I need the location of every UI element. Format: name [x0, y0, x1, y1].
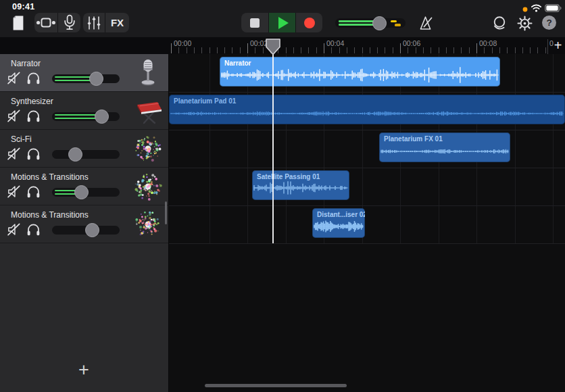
ruler-tick	[377, 47, 378, 53]
headphones-icon	[26, 78, 41, 88]
region-label: Distant...iser 02	[317, 211, 365, 218]
play-button[interactable]	[268, 13, 295, 32]
vertical-scrollbar[interactable]	[165, 201, 167, 224]
stop-button[interactable]	[241, 13, 268, 32]
track-row[interactable]: Sci-Fi	[0, 130, 168, 168]
ruler-tick	[545, 47, 546, 53]
ruler-tick	[171, 43, 172, 53]
tracks-view-button[interactable]	[34, 13, 57, 32]
track-name: Synthesizer	[11, 97, 53, 106]
ruler-tick	[293, 47, 294, 53]
volume-knob[interactable]	[89, 72, 103, 86]
solo-headphones-button[interactable]	[25, 70, 41, 87]
record-button[interactable]	[295, 13, 322, 32]
peak-indicator	[391, 20, 397, 22]
ruler-tick	[308, 47, 309, 53]
level-meter-bar	[339, 20, 376, 22]
mic-in-use-indicator	[522, 3, 528, 15]
mute-button[interactable]	[5, 184, 22, 200]
mute-button[interactable]	[5, 146, 22, 162]
ruler-tick	[354, 47, 355, 53]
track-row[interactable]: Motions & Transitions	[0, 168, 168, 205]
garageband-app: 09:41	[0, 0, 565, 392]
ruler-tick	[301, 47, 301, 53]
loop-browser-button[interactable]	[491, 14, 509, 32]
mute-button[interactable]	[5, 222, 22, 238]
grid-line	[515, 54, 516, 243]
track-name: Motions & Transitions	[11, 172, 89, 182]
instrument-icon-microphone	[133, 58, 163, 88]
volume-knob[interactable]	[68, 147, 82, 162]
fx-button[interactable]: FX	[105, 13, 129, 32]
solo-headphones-button[interactable]	[25, 222, 41, 238]
ruler-tick	[530, 47, 531, 53]
track-volume-slider[interactable]	[52, 74, 120, 83]
tracks-view-icon	[36, 14, 56, 31]
mute-speaker-icon	[6, 116, 22, 126]
region-clip[interactable]: Satellite Passing 01	[252, 170, 349, 200]
status-icons	[522, 3, 562, 15]
row-separator	[169, 92, 565, 93]
ruler-tick	[224, 47, 225, 53]
instrument-icon-starburst	[133, 172, 163, 201]
volume-knob[interactable]	[95, 109, 109, 124]
add-section-button[interactable]: +	[551, 37, 565, 54]
track-volume-slider[interactable]	[52, 112, 120, 121]
track-name: Motions & Transitions	[11, 210, 89, 220]
mixer-sliders-icon	[86, 15, 102, 31]
track-row[interactable]: Narrator	[0, 54, 168, 92]
solo-headphones-button[interactable]	[25, 184, 41, 200]
help-button[interactable]: ?	[542, 16, 556, 30]
headphones-icon	[26, 116, 41, 126]
timeline-ruler[interactable]: 0 + 00:0000:0200:0400:0600:08	[0, 37, 565, 54]
mute-speaker-icon	[6, 191, 22, 201]
ruler-tick	[370, 47, 370, 53]
settings-button[interactable]	[516, 14, 534, 32]
playhead[interactable]	[266, 39, 280, 58]
volume-knob[interactable]	[372, 16, 387, 30]
track-row[interactable]: Synthesizer	[0, 92, 168, 130]
mute-button[interactable]	[5, 108, 22, 124]
horizontal-scrollbar[interactable]	[205, 384, 347, 387]
volume-knob[interactable]	[85, 223, 99, 237]
metronome-button[interactable]	[416, 14, 435, 32]
microphone-icon	[62, 14, 78, 31]
region-clip[interactable]: Distant...iser 02	[312, 208, 365, 238]
row-separator	[169, 205, 565, 206]
track-row[interactable]: Motions & Transitions	[0, 205, 168, 243]
mute-button[interactable]	[5, 70, 22, 87]
ruler-tick	[240, 47, 241, 53]
ruler-tick	[362, 47, 363, 53]
solo-headphones-button[interactable]	[25, 108, 41, 124]
ruler-tick	[187, 47, 187, 53]
ruler-tick	[385, 47, 385, 53]
track-volume-slider[interactable]	[52, 226, 120, 235]
ruler-tick	[515, 47, 516, 53]
ruler-tick	[400, 43, 401, 53]
ruler-tick	[446, 47, 447, 53]
mute-speaker-icon	[6, 229, 22, 239]
region-clip[interactable]: Narrator	[220, 57, 500, 87]
instrument-icon-keyboard	[133, 96, 163, 126]
master-volume-slider[interactable]	[335, 18, 406, 28]
instrument-view-button[interactable]	[57, 13, 80, 32]
timeline-lanes[interactable]: NarratorPlanetarium Pad 01Planetarium FX…	[169, 54, 565, 392]
ruler-tick	[476, 43, 477, 53]
add-track-button[interactable]: +	[74, 360, 94, 380]
volume-knob[interactable]	[74, 185, 89, 199]
stop-icon	[250, 18, 260, 28]
mute-speaker-icon	[6, 78, 22, 88]
row-separator	[169, 168, 565, 168]
track-header-panel: Narrator Synthesizer Sci-Fi Motions & Tr…	[0, 54, 169, 392]
ruler-tick	[210, 47, 210, 53]
region-clip[interactable]: Planetarium Pad 01	[169, 95, 565, 124]
region-clip[interactable]: Planetarium FX 01	[379, 132, 510, 162]
solo-headphones-button[interactable]	[25, 146, 41, 162]
ruler-tick	[431, 47, 431, 53]
ruler-tick	[263, 47, 264, 53]
track-volume-slider[interactable]	[52, 150, 120, 159]
region-label: Narrator	[224, 59, 251, 67]
track-controls-button[interactable]	[83, 13, 105, 32]
track-volume-slider[interactable]	[52, 188, 120, 197]
my-songs-document-button[interactable]	[8, 12, 28, 33]
